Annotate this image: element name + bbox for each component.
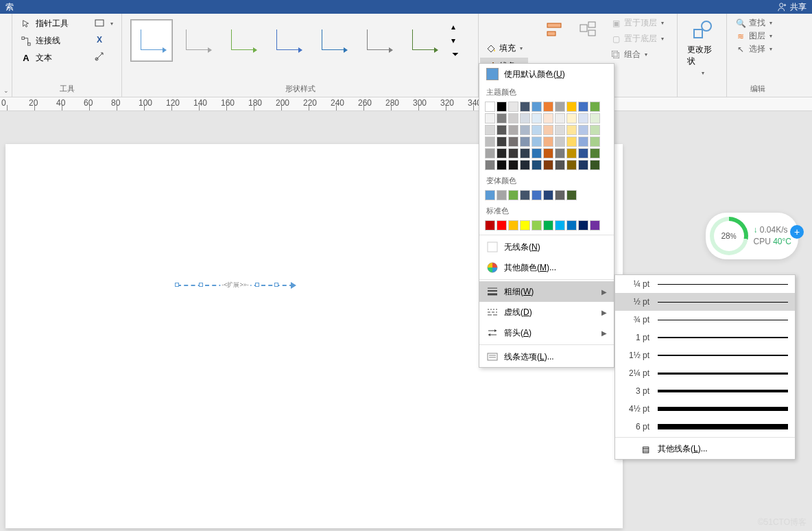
conn-point-tool[interactable] — [91, 49, 116, 63]
rect-tool[interactable]: ▾ — [91, 16, 116, 30]
color-swatch[interactable] — [508, 113, 518, 123]
color-swatch[interactable] — [543, 220, 553, 231]
weight-option[interactable]: 1 pt — [615, 329, 795, 346]
selected-connector[interactable]: -<扩展>»- — [177, 281, 294, 290]
color-swatch[interactable] — [543, 113, 553, 123]
color-swatch[interactable] — [578, 220, 588, 231]
color-swatch[interactable] — [485, 148, 495, 158]
style-gallery[interactable]: ▴ ▾ ⏷ — [128, 16, 464, 64]
color-swatch[interactable] — [485, 220, 495, 231]
align-button[interactable] — [539, 16, 569, 44]
share-button[interactable]: 共享 — [778, 1, 807, 13]
color-swatch[interactable] — [566, 160, 577, 170]
color-swatch[interactable] — [543, 190, 553, 200]
color-swatch[interactable] — [590, 220, 600, 231]
gallery-down[interactable]: ▾ — [450, 34, 461, 47]
color-swatch[interactable] — [520, 160, 530, 170]
color-swatch[interactable] — [578, 160, 588, 170]
color-swatch[interactable] — [555, 148, 565, 158]
gallery-more[interactable]: ⏷ — [450, 48, 461, 60]
system-monitor-widget[interactable]: 28% ↓ 0.04K/s CPU 40°C + — [706, 213, 798, 259]
color-swatch[interactable] — [532, 113, 542, 123]
color-swatch[interactable] — [497, 190, 507, 200]
color-swatch[interactable] — [520, 190, 530, 200]
position-button[interactable] — [573, 16, 604, 44]
color-swatch[interactable] — [497, 125, 507, 135]
color-swatch[interactable] — [485, 102, 495, 112]
group-collapse[interactable]: ⌄ — [0, 14, 12, 97]
menu-arrows[interactable]: 箭头(A) ▶ — [479, 322, 614, 343]
color-swatch[interactable] — [566, 190, 577, 200]
color-swatch[interactable] — [497, 160, 507, 170]
color-swatch[interactable] — [508, 125, 518, 135]
menu-dash[interactable]: 虚线(D) ▶ — [479, 302, 614, 322]
style-thumb-5[interactable] — [311, 19, 354, 62]
handle-mid1[interactable] — [199, 283, 203, 287]
color-swatch[interactable] — [590, 137, 600, 147]
handle-mid3[interactable] — [274, 283, 278, 287]
color-swatch[interactable] — [520, 220, 530, 231]
color-swatch[interactable] — [532, 220, 542, 231]
color-swatch[interactable] — [485, 190, 495, 200]
color-swatch[interactable] — [578, 125, 588, 135]
color-swatch[interactable] — [590, 125, 600, 135]
style-thumb-6[interactable] — [357, 19, 399, 62]
color-swatch[interactable] — [578, 102, 588, 112]
color-swatch[interactable] — [543, 125, 553, 135]
style-thumb-3[interactable] — [221, 19, 263, 62]
handle-mid2[interactable] — [255, 283, 259, 287]
weight-option[interactable]: ¼ pt — [615, 275, 795, 293]
color-swatch[interactable] — [520, 125, 530, 135]
gallery-up[interactable]: ▴ — [450, 21, 461, 33]
color-swatch[interactable] — [555, 160, 565, 170]
color-swatch[interactable] — [555, 190, 565, 200]
color-swatch[interactable] — [485, 137, 495, 147]
change-shape-button[interactable]: 更改形状▾ — [683, 16, 721, 79]
color-swatch[interactable] — [543, 137, 553, 147]
color-swatch[interactable] — [485, 160, 495, 170]
color-swatch[interactable] — [485, 125, 495, 135]
menu-no-line[interactable]: 无线条(N) — [479, 237, 614, 257]
color-swatch[interactable] — [520, 137, 530, 147]
color-swatch[interactable] — [508, 148, 518, 158]
style-thumb-1[interactable] — [130, 19, 173, 62]
color-swatch[interactable] — [578, 148, 588, 158]
color-swatch[interactable] — [566, 113, 577, 123]
layers-button[interactable]: ≋图层▾ — [732, 30, 775, 43]
color-swatch[interactable] — [532, 125, 542, 135]
bring-front-button[interactable]: ▣置于顶层▾ — [608, 16, 667, 30]
color-swatch[interactable] — [520, 113, 530, 123]
weight-option[interactable]: ½ pt — [615, 293, 795, 311]
x-tool[interactable]: X — [91, 33, 116, 47]
color-swatch[interactable] — [497, 137, 507, 147]
weight-option[interactable]: 3 pt — [615, 382, 795, 400]
color-swatch[interactable] — [532, 148, 542, 158]
pointer-tool[interactable]: 指针工具 — [18, 16, 91, 31]
color-swatch[interactable] — [532, 160, 542, 170]
color-swatch[interactable] — [566, 148, 577, 158]
color-swatch[interactable] — [590, 102, 600, 112]
monitor-add-button[interactable]: + — [790, 225, 804, 239]
weight-other-option[interactable]: ▤其他线条(L)... — [615, 439, 795, 459]
color-swatch[interactable] — [497, 113, 507, 123]
color-swatch[interactable] — [555, 125, 565, 135]
color-swatch[interactable] — [532, 137, 542, 147]
color-swatch[interactable] — [485, 113, 495, 123]
color-swatch[interactable] — [543, 148, 553, 158]
color-swatch[interactable] — [532, 190, 542, 200]
style-thumb-7[interactable] — [402, 19, 444, 62]
weight-option[interactable]: 6 pt — [615, 418, 795, 436]
color-swatch[interactable] — [543, 160, 553, 170]
menu-line-options[interactable]: 线条选项(L)... — [479, 346, 614, 367]
fill-button[interactable]: 填充▾ — [480, 40, 528, 57]
style-thumb-2[interactable] — [176, 19, 218, 62]
style-thumb-4[interactable] — [266, 19, 309, 62]
text-tool[interactable]: A 文本 — [18, 51, 91, 65]
color-swatch[interactable] — [555, 220, 565, 231]
color-swatch[interactable] — [532, 102, 542, 112]
weight-option[interactable]: ¾ pt — [615, 311, 795, 329]
color-swatch[interactable] — [555, 113, 565, 123]
menu-weight[interactable]: 粗细(W) ▶ — [479, 281, 614, 302]
send-back-button[interactable]: ▢置于底层▾ — [608, 32, 667, 45]
connector-tool[interactable]: 连接线 — [18, 34, 91, 48]
